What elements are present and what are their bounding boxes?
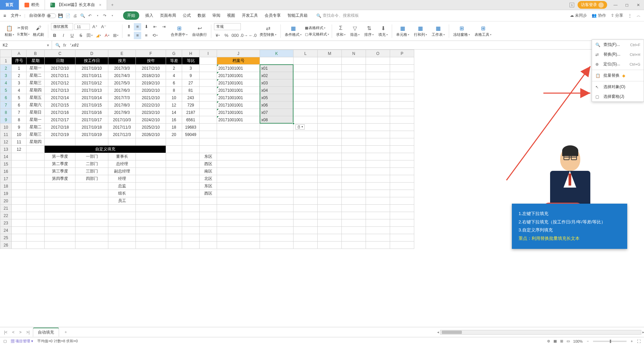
cell-P19[interactable] (390, 190, 414, 197)
currency-icon[interactable]: ¥ (214, 31, 221, 39)
cell-M17[interactable] (318, 175, 342, 183)
sort-button[interactable]: ⇅排序 (363, 24, 375, 38)
cell-B6[interactable]: 星期五 (26, 94, 45, 101)
cell-B24[interactable] (26, 227, 45, 234)
cell-I16[interactable]: 南区 (200, 168, 217, 175)
cell-P6[interactable] (390, 94, 414, 101)
cell-K18[interactable] (260, 183, 293, 190)
cell-P18[interactable] (390, 183, 414, 190)
zoom-in-icon[interactable]: ＋ (630, 339, 634, 344)
sheet-add-button[interactable]: ＋ (61, 329, 70, 335)
row-header-3[interactable]: 3 (0, 72, 12, 79)
cell-K12[interactable] (260, 138, 293, 146)
maximize-button[interactable]: ◻ (621, 0, 633, 10)
cell-O13[interactable] (366, 146, 390, 153)
cell-B21[interactable] (26, 205, 45, 212)
cell-D1[interactable]: 按工作日 (75, 57, 108, 65)
cell-F11[interactable]: 2026/2/10 (136, 131, 166, 138)
cell-G12[interactable] (166, 138, 182, 146)
cell-E15[interactable]: 总经理 (108, 160, 136, 168)
cell-C19[interactable] (45, 190, 75, 197)
cell-G19[interactable] (166, 190, 182, 197)
cell-I22[interactable] (200, 212, 217, 219)
cell-P11[interactable] (390, 131, 414, 138)
cell-K24[interactable] (260, 227, 293, 234)
cell-O17[interactable] (366, 175, 390, 183)
cell-H7[interactable]: 729 (182, 101, 200, 109)
cell-H16[interactable] (182, 168, 200, 175)
cell-D18[interactable] (75, 183, 108, 190)
cell-O2[interactable] (366, 65, 390, 72)
cell-A4[interactable]: 3 (12, 79, 26, 87)
cell-A13[interactable]: 12 (12, 146, 26, 153)
row-header-26[interactable]: 26 (0, 242, 12, 249)
cell-N18[interactable] (342, 183, 366, 190)
cell-I18[interactable]: 东区 (200, 183, 217, 190)
cell-H18[interactable] (182, 183, 200, 190)
cell-B12[interactable]: 星期四 (26, 138, 45, 146)
table-tools-button[interactable]: ⊞表格工具 (473, 24, 493, 38)
autosave-toggle[interactable]: 自动保存 (29, 13, 56, 18)
cell-G15[interactable] (166, 160, 182, 168)
cell-N16[interactable] (342, 168, 366, 175)
cell-D3[interactable]: 2017/10/11 (75, 72, 108, 79)
fill-button[interactable]: ⬇填充 (377, 24, 389, 38)
cell-C11[interactable]: 2017/2/19 (45, 131, 75, 138)
cell-I10[interactable] (200, 124, 217, 131)
cell-E24[interactable] (108, 227, 136, 234)
cell-I13[interactable] (200, 146, 217, 153)
cell-A3[interactable]: 2 (12, 72, 26, 79)
cell-M23[interactable] (318, 219, 342, 227)
cell-N7[interactable] (342, 101, 366, 109)
decimal-dec-icon[interactable]: ←.0 (249, 31, 256, 39)
cell-M19[interactable] (318, 190, 342, 197)
cell-F9[interactable]: 2024/2/10 (136, 116, 166, 124)
cell-I19[interactable]: 西区 (200, 190, 217, 197)
cell-M26[interactable] (318, 242, 342, 249)
type-convert-button[interactable]: ⇄类型转换 (258, 24, 278, 38)
cell-A2[interactable]: 1 (12, 65, 26, 72)
cell-M20[interactable] (318, 197, 342, 205)
cell-G9[interactable]: 16 (166, 116, 182, 124)
status-mode-icon[interactable]: ▢ (3, 339, 7, 343)
save-as-icon[interactable]: 📄 (65, 13, 71, 19)
cell-A5[interactable]: 4 (12, 87, 26, 94)
cell-P16[interactable] (390, 168, 414, 175)
cell-O3[interactable] (366, 72, 390, 79)
merge-center-button[interactable]: ⊞合并居中 (169, 24, 189, 38)
cell-B11[interactable]: 星期三 (26, 131, 45, 138)
cell-H12[interactable] (182, 138, 200, 146)
cell-J12[interactable] (217, 138, 260, 146)
cell-M7[interactable] (318, 101, 342, 109)
cell-D2[interactable]: 2017/10/10 (75, 65, 108, 72)
cell-N13[interactable] (342, 146, 366, 153)
row-header-4[interactable]: 4 (0, 79, 12, 87)
print-preview-icon[interactable]: 🔍 (79, 13, 86, 19)
cell-F21[interactable] (136, 205, 166, 212)
cell-C16[interactable]: 第三季度 (45, 168, 75, 175)
col-header-K[interactable]: K (260, 50, 293, 57)
cell-G3[interactable]: 4 (166, 72, 182, 79)
row-header-22[interactable]: 22 (0, 212, 12, 219)
tab-dev-tools[interactable]: 开发工具 (241, 11, 259, 20)
cell-C15[interactable]: 第二季度 (45, 160, 75, 168)
row-header-13[interactable]: 13 (0, 146, 12, 153)
menu-batch-replace[interactable]: 📋批量替换◆ (592, 71, 644, 80)
cell-L16[interactable] (293, 168, 318, 175)
row-header-20[interactable]: 20 (0, 197, 12, 205)
cell-E7[interactable]: 2017/8/3 (108, 101, 136, 109)
col-header-F[interactable]: F (136, 50, 166, 57)
cell-K11[interactable] (260, 131, 293, 138)
cell-D12[interactable] (75, 138, 108, 146)
cell-J10[interactable] (217, 124, 260, 131)
cell-E4[interactable]: 2017/5/3 (108, 79, 136, 87)
cell-O6[interactable] (366, 94, 390, 101)
cell-L1[interactable] (293, 57, 318, 65)
col-header-L[interactable]: L (293, 50, 318, 57)
cell-P1[interactable] (390, 57, 414, 65)
cell-M4[interactable] (318, 79, 342, 87)
cell-M14[interactable] (318, 153, 342, 160)
cell-O11[interactable] (366, 131, 390, 138)
search-command[interactable]: 🔍查找命令、搜索模板 (316, 13, 359, 18)
cell-K25[interactable] (260, 234, 293, 242)
